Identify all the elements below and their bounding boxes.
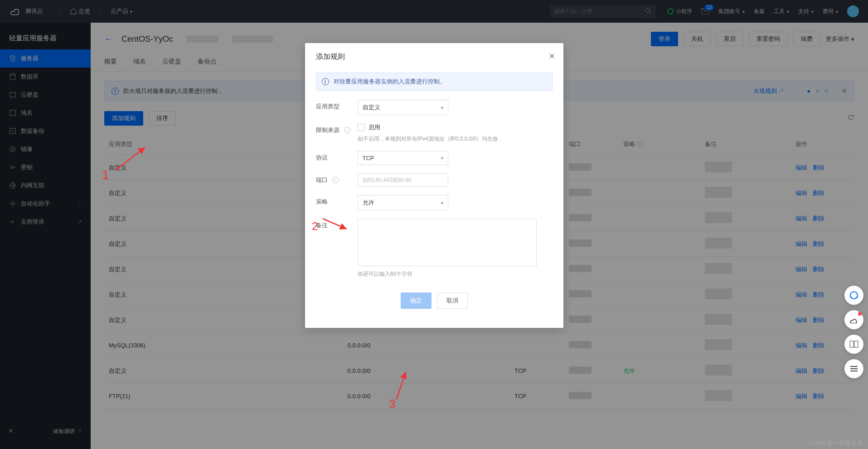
info-icon: i [322, 78, 329, 85]
support-button[interactable] [844, 286, 863, 305]
cloud-button[interactable] [844, 310, 863, 329]
label-proto: 协议 [316, 151, 358, 162]
headset-icon [849, 290, 859, 300]
port-input[interactable] [358, 173, 448, 187]
note-textarea[interactable] [358, 219, 537, 266]
enable-label: 启用 [369, 123, 380, 132]
cancel-button[interactable]: 取消 [437, 293, 468, 309]
confirm-button[interactable]: 确定 [401, 293, 432, 309]
floating-buttons [844, 286, 863, 378]
add-rule-modal: 添加规则 ✕ i 对轻量应用服务器实例的入流量进行控制。 应用类型 自定义 ▾ [305, 43, 563, 328]
modal-overlay: 添加规则 ✕ i 对轻量应用服务器实例的入流量进行控制。 应用类型 自定义 ▾ [0, 0, 868, 449]
watermark: CSDN @一枚萤火虫 [809, 439, 863, 447]
modal-close-button[interactable]: ✕ [548, 51, 555, 61]
book-icon [849, 341, 858, 348]
proto-select[interactable]: TCP ▾ [358, 151, 448, 165]
cloud-icon [849, 316, 859, 323]
label-strategy: 策略 [316, 195, 358, 206]
chevron-down-icon: ▾ [441, 156, 443, 161]
form-row-proto: 协议 TCP ▾ [316, 151, 553, 165]
modal-header: 添加规则 ✕ [305, 43, 563, 67]
list-button[interactable] [844, 359, 863, 378]
char-counter: 你还可以输入60个字符 [358, 270, 553, 278]
form-row-port: 端口 i [316, 173, 553, 187]
modal-footer: 确定 取消 [316, 286, 553, 320]
app-type-select[interactable]: 自定义 ▾ [358, 100, 448, 115]
label-limit-source: 限制来源 i [316, 123, 358, 134]
modal-info-banner: i 对轻量应用服务器实例的入流量进行控制。 [316, 73, 553, 91]
modal-title: 添加规则 [316, 52, 345, 62]
docs-button[interactable] [844, 335, 863, 354]
form-row-limit-source: 限制来源 i 启用 如不启用，本规则对所有IPv4源地址（即0.0.0.0/0）… [316, 123, 553, 143]
strategy-select[interactable]: 允许 ▾ [358, 195, 448, 210]
form-row-app-type: 应用类型 自定义 ▾ [316, 100, 553, 115]
label-note: 备注 [316, 219, 358, 229]
info-icon[interactable]: i [332, 177, 339, 183]
enable-note: 如不启用，本规则对所有IPv4源地址（即0.0.0.0/0）均生效 [358, 135, 553, 143]
modal-banner-text: 对轻量应用服务器实例的入流量进行控制。 [334, 78, 446, 86]
form-row-strategy: 策略 允许 ▾ [316, 195, 553, 210]
info-icon[interactable]: i [344, 127, 350, 133]
enable-checkbox[interactable] [358, 124, 365, 131]
notification-dot [858, 312, 862, 316]
svg-rect-17 [854, 341, 858, 347]
label-app-type: 应用类型 [316, 100, 358, 111]
chevron-down-icon: ▾ [441, 200, 443, 205]
svg-rect-16 [850, 341, 853, 347]
chevron-down-icon: ▾ [441, 105, 443, 110]
list-icon [850, 366, 858, 372]
label-port: 端口 i [316, 173, 358, 184]
form-row-note: 备注 你还可以输入60个字符 [316, 219, 553, 278]
